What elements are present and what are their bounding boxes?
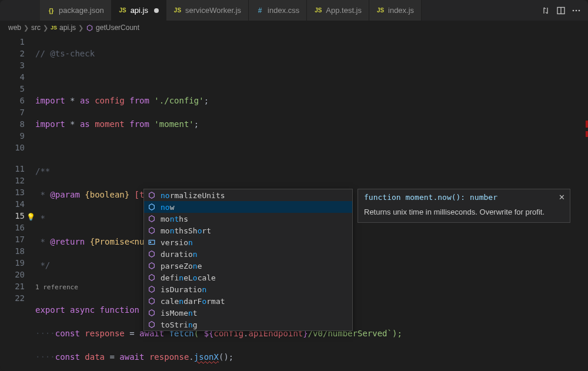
suggestion-item-now[interactable]: now: [144, 201, 352, 213]
svg-point-4: [579, 9, 580, 11]
svg-point-6: [150, 242, 151, 243]
tab-index-css[interactable]: # index.css: [249, 0, 307, 21]
js-icon: JS: [119, 6, 127, 15]
line-number-gutter: 12345 678910 11121314 15💡 16171819 20212…: [0, 35, 35, 371]
suggestion-label: months: [161, 215, 188, 223]
chevron-right-icon: ❯: [78, 24, 83, 32]
suggestion-item-version[interactable]: version: [144, 236, 352, 248]
constant-icon: [148, 238, 157, 246]
tab-label: index.js: [388, 6, 414, 15]
suggestion-item-isDuration[interactable]: isDuration: [144, 283, 352, 295]
suggestion-item-defineLocale[interactable]: defineLocale: [144, 272, 352, 283]
suggestion-widget[interactable]: normalizeUnitsnowmonthsmonthsShortversio…: [143, 189, 353, 331]
chevron-right-icon: ❯: [43, 24, 48, 32]
suggestion-label: isMoment: [161, 309, 198, 317]
suggestion-label: calendarFormat: [161, 297, 225, 306]
suggestion-label: isDuration: [161, 285, 206, 294]
chevron-right-icon: ❯: [24, 24, 29, 32]
lightbulb-icon[interactable]: 💡: [26, 211, 35, 223]
tabbar-spacer: [0, 0, 40, 21]
method-icon: [148, 273, 157, 282]
suggestion-label: toString: [161, 320, 198, 329]
suggestion-item-monthsShort[interactable]: monthsShort: [144, 225, 352, 236]
suggestion-details: ✕ function moment.now(): number Returns …: [358, 189, 570, 223]
signature: function moment.now(): number: [364, 193, 564, 202]
crumb[interactable]: getUserCount: [96, 24, 139, 32]
suggestion-item-toString[interactable]: toString: [144, 319, 352, 330]
suggestion-item-duration[interactable]: duration: [144, 248, 352, 260]
suggestion-label: monthsShort: [161, 226, 211, 235]
js-icon: JS: [173, 6, 182, 15]
tab-label: package.json: [59, 6, 104, 15]
suggestion-label: defineLocale: [161, 273, 216, 282]
suggestion-label: parseZone: [161, 262, 202, 270]
method-icon: [148, 191, 157, 199]
suggestion-item-normalizeUnits[interactable]: normalizeUnits: [144, 189, 352, 201]
js-icon: JS: [51, 25, 57, 31]
method-icon: [148, 250, 157, 258]
suggestion-label: duration: [161, 250, 198, 259]
method-icon: [148, 285, 157, 293]
method-icon: [148, 262, 157, 270]
method-icon: [148, 215, 157, 223]
method-icon: [148, 297, 157, 305]
tab-api-js[interactable]: JS api.js: [112, 0, 166, 21]
suggestion-item-parseZone[interactable]: parseZone: [144, 260, 352, 272]
method-icon: [148, 320, 157, 329]
suggestion-label: normalizeUnits: [161, 191, 225, 200]
breadcrumb[interactable]: web ❯ src ❯ JS api.js ❯ getUserCount: [0, 21, 588, 35]
js-icon: JS: [314, 6, 322, 15]
tab-label: App.test.js: [326, 6, 362, 15]
compare-icon[interactable]: [541, 6, 550, 15]
tab-index-js[interactable]: JS index.js: [369, 0, 422, 21]
suggestion-label: now: [161, 203, 174, 212]
svg-point-3: [576, 9, 577, 11]
suggestion-item-months[interactable]: months: [144, 213, 352, 225]
description: Returns unix time in milliseconds. Overw…: [364, 208, 564, 216]
suggestion-item-calendarFormat[interactable]: calendarFormat: [144, 295, 352, 307]
tabbar-actions: [534, 0, 588, 21]
method-icon: [86, 24, 93, 32]
overview-ruler-error: [586, 121, 588, 128]
json-icon: {}: [47, 6, 55, 15]
method-icon: [148, 203, 157, 211]
tab-label: serviceWorker.js: [185, 6, 241, 15]
crumb[interactable]: web: [8, 24, 21, 32]
tab-serviceworker-js[interactable]: JS serviceWorker.js: [166, 0, 249, 21]
code-text: // @ts-check: [35, 49, 95, 58]
more-actions-icon[interactable]: [572, 6, 581, 15]
overview-ruler-error: [586, 131, 588, 137]
js-icon: JS: [376, 6, 385, 15]
method-icon: [148, 309, 157, 317]
suggestion-label: version: [161, 238, 193, 247]
close-icon[interactable]: ✕: [559, 193, 565, 202]
svg-point-2: [573, 9, 574, 11]
dirty-indicator-icon: [154, 8, 159, 13]
tab-label: api.js: [131, 6, 148, 15]
tab-bar: {} package.json JS api.js JS serviceWork…: [0, 0, 588, 21]
crumb[interactable]: src: [31, 24, 41, 32]
tab-app-test-js[interactable]: JS App.test.js: [307, 0, 369, 21]
suggestion-item-isMoment[interactable]: isMoment: [144, 307, 352, 319]
css-icon: #: [256, 6, 264, 15]
tab-label: index.css: [268, 6, 299, 15]
split-editor-icon[interactable]: [556, 6, 566, 15]
method-icon: [148, 226, 157, 235]
crumb[interactable]: api.js: [59, 24, 76, 32]
tab-package-json[interactable]: {} package.json: [40, 0, 112, 21]
